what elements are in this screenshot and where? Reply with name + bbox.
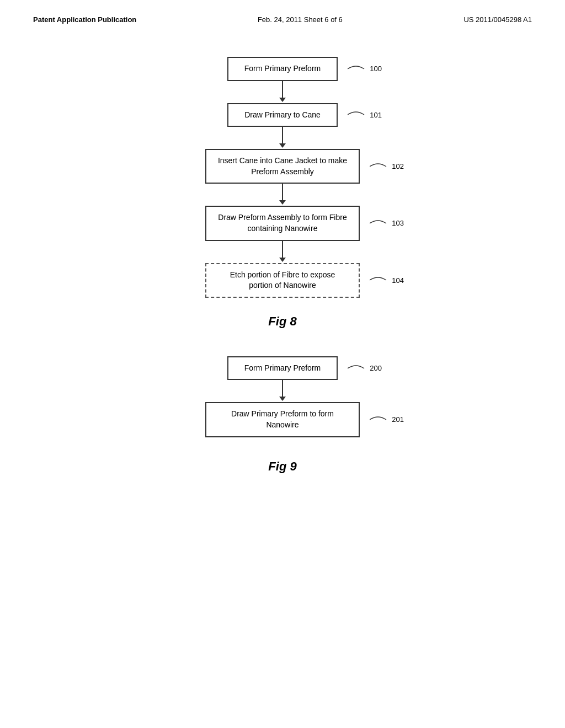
fig8-arrow-1 (279, 81, 286, 103)
fig8-ref-103: 103 (370, 218, 404, 229)
ref-curve-103 (370, 218, 392, 229)
fig8-ref-101: 101 (348, 109, 382, 120)
fig9-flowchart: Form Primary Preform 200 Draw Primary Pr… (205, 356, 360, 437)
header-publication-label: Patent Application Publication (33, 15, 136, 24)
ref-curve-104 (370, 275, 392, 286)
fig8-step-101: Draw Primary to Cane 101 (227, 103, 338, 127)
fig8-box-102: Insert Cane into Cane Jacket to make Pre… (205, 149, 360, 184)
fig8-step-102: Insert Cane into Cane Jacket to make Pre… (205, 149, 360, 184)
ref-curve-102 (370, 161, 392, 172)
fig8-box-103: Draw Preform Assembly to form Fibre cont… (205, 206, 360, 240)
fig9-ref-201: 201 (370, 414, 404, 425)
fig8-ref-102: 102 (370, 161, 404, 172)
fig9-step-200: Form Primary Preform 200 (227, 356, 338, 381)
fig8-box-104: Etch portion of Fibre to expose portion … (205, 263, 360, 298)
ref-curve-100 (348, 63, 370, 74)
fig8-box-101: Draw Primary to Cane (227, 103, 338, 127)
fig8-step-104: Etch portion of Fibre to expose portion … (205, 263, 360, 298)
fig8-arrow-2 (279, 127, 286, 149)
fig9-box-201: Draw Primary Preform to form Nanowire (205, 402, 360, 437)
fig8-arrow-4 (279, 241, 286, 263)
page-header: Patent Application Publication Feb. 24, … (0, 0, 565, 29)
fig8-box-100: Form Primary Preform (227, 57, 338, 81)
ref-curve-201 (370, 414, 392, 425)
page: Patent Application Publication Feb. 24, … (0, 0, 565, 728)
fig8-flowchart: Form Primary Preform 100 Draw Primary to… (205, 57, 360, 298)
fig9-box-200: Form Primary Preform (227, 356, 338, 381)
fig9-step-201: Draw Primary Preform to form Nanowire 20… (205, 402, 360, 437)
fig8-arrow-3 (279, 184, 286, 206)
fig8-label: Fig 8 (268, 314, 296, 329)
ref-curve-200 (348, 363, 370, 374)
fig9-label: Fig 9 (268, 459, 296, 474)
header-patent-number: US 2011/0045298 A1 (463, 15, 532, 24)
main-content: Form Primary Preform 100 Draw Primary to… (0, 29, 565, 496)
header-date-sheet: Feb. 24, 2011 Sheet 6 of 6 (258, 15, 343, 24)
fig8-step-100: Form Primary Preform 100 (227, 57, 338, 81)
fig9-arrow-1 (279, 380, 286, 402)
ref-curve-101 (348, 109, 370, 120)
fig8-ref-104: 104 (370, 275, 404, 286)
fig9-ref-200: 200 (348, 363, 382, 374)
fig8-ref-100: 100 (348, 63, 382, 74)
fig8-step-103: Draw Preform Assembly to form Fibre cont… (205, 206, 360, 240)
